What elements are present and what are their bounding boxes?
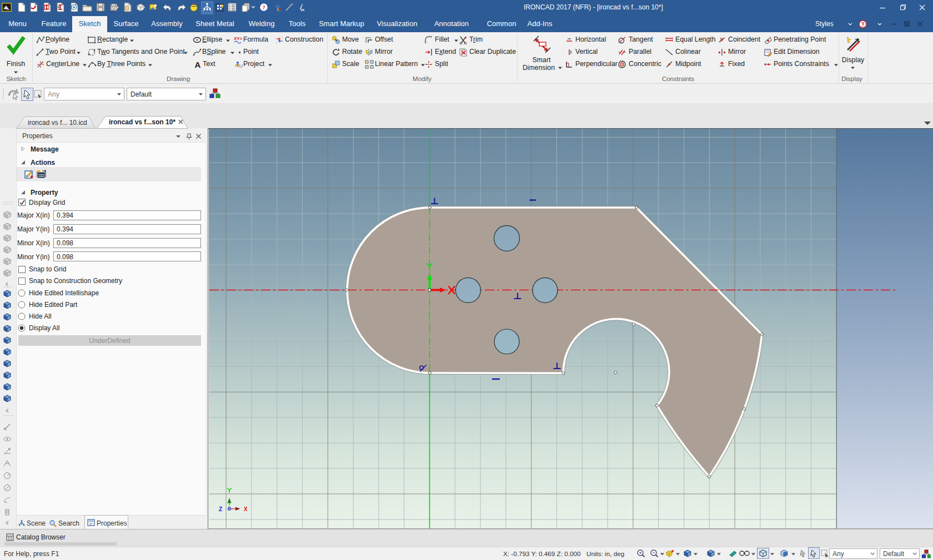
svg-text:X: X	[244, 506, 248, 512]
svg-text:Z: Z	[219, 506, 222, 512]
